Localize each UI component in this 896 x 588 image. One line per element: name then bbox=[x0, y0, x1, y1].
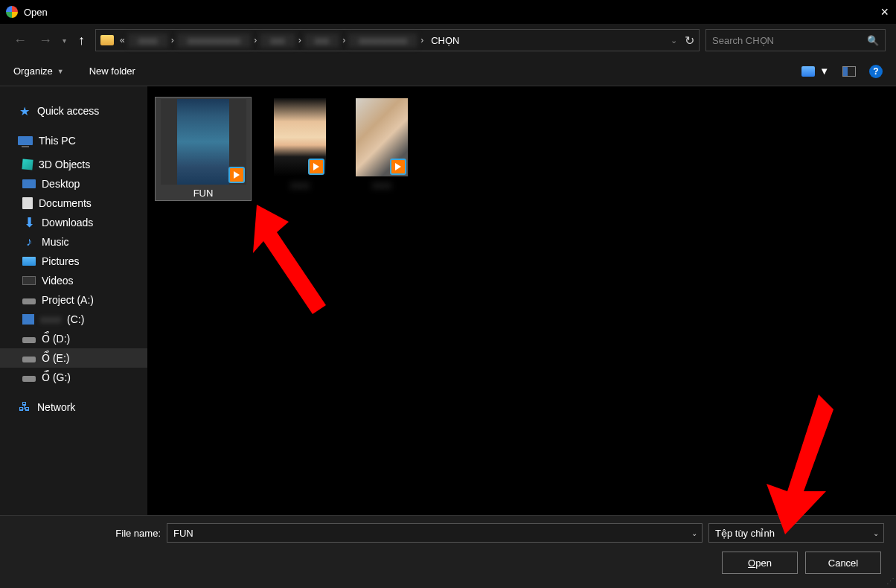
sidebar-item-label: (C:) bbox=[67, 313, 84, 325]
chevron-right-icon: › bbox=[171, 35, 174, 45]
star-icon: ★ bbox=[18, 105, 31, 117]
sidebar-item-pictures[interactable]: Pictures bbox=[0, 252, 147, 271]
breadcrumb-overflow-icon[interactable]: « bbox=[120, 35, 125, 45]
sidebar-item-documents[interactable]: Documents bbox=[0, 194, 147, 213]
filetype-select[interactable]: Tệp tùy chỉnh ⌄ bbox=[708, 523, 884, 543]
sidebar-item-desktop[interactable]: Desktop bbox=[0, 174, 147, 194]
title-bar: Open × bbox=[0, 0, 896, 24]
new-folder-button[interactable]: New folder bbox=[89, 65, 135, 77]
new-folder-label: New folder bbox=[89, 65, 135, 77]
sidebar-item-label: Ổ (G:) bbox=[42, 371, 71, 383]
pc-icon bbox=[18, 136, 33, 145]
sidebar-item-label: Music bbox=[42, 236, 69, 248]
chevron-right-icon: › bbox=[298, 35, 301, 45]
chevron-down-icon[interactable]: ⌄ bbox=[691, 529, 697, 537]
music-icon: ♪ bbox=[22, 236, 36, 248]
open-button[interactable]: Open bbox=[722, 552, 798, 574]
search-icon: 🔍 bbox=[867, 35, 879, 46]
file-thumbnail bbox=[274, 98, 326, 176]
cancel-button[interactable]: Cancel bbox=[805, 552, 881, 574]
nav-up-icon[interactable]: ↑ bbox=[74, 33, 89, 48]
resize-grip-icon[interactable]: ⋰ bbox=[886, 577, 895, 587]
search-input[interactable]: Search CHỌN 🔍 bbox=[705, 29, 886, 51]
breadcrumb-current[interactable]: CHỌN bbox=[426, 33, 464, 48]
video-play-badge-icon bbox=[390, 159, 406, 175]
organize-label: Organize bbox=[13, 65, 53, 77]
drive-icon bbox=[22, 376, 36, 382]
cancel-label: Cancel bbox=[828, 557, 858, 569]
sidebar-item-label: 3D Objects bbox=[39, 159, 90, 170]
help-icon[interactable]: ? bbox=[869, 65, 883, 78]
sidebar-item-label: Ổ (E:) bbox=[42, 352, 69, 364]
sidebar-item-label: Videos bbox=[42, 275, 74, 287]
drive-icon bbox=[22, 357, 36, 362]
open-label: Open bbox=[748, 557, 772, 569]
drive-icon bbox=[22, 298, 36, 304]
sidebar-item-drive-c[interactable]: xxxx (C:) bbox=[0, 310, 147, 329]
sidebar-item-label: Desktop bbox=[42, 178, 80, 190]
address-bar[interactable]: « xxxx › xxxxxxxxxxx › xxx › xxx › xxxxx… bbox=[95, 29, 700, 51]
breadcrumb-item-hidden[interactable]: xxxx bbox=[128, 33, 168, 48]
thumbnail-image bbox=[177, 99, 229, 185]
sidebar-item-label-hidden: xxxx bbox=[40, 313, 61, 325]
filename-value: FUN bbox=[173, 528, 193, 539]
nav-history-dropdown-icon[interactable]: ▾ bbox=[63, 36, 66, 45]
desktop-icon bbox=[22, 179, 36, 188]
sidebar-item-label: Downloads bbox=[42, 217, 93, 229]
main-area: ★ Quick access This PC 3D Objects Deskto… bbox=[0, 86, 896, 515]
sidebar-item-label: Documents bbox=[39, 197, 92, 209]
file-list[interactable]: FUN xxxx xxxx bbox=[147, 86, 896, 515]
sidebar-network[interactable]: 🖧 Network bbox=[0, 397, 147, 417]
chrome-icon bbox=[6, 6, 18, 18]
sidebar-item-label: This PC bbox=[39, 135, 76, 147]
sidebar-item-label: Network bbox=[37, 401, 75, 413]
sidebar-item-drive-a[interactable]: Project (A:) bbox=[0, 290, 147, 310]
video-play-badge-icon bbox=[228, 167, 245, 183]
filetype-value: Tệp tùy chỉnh bbox=[715, 528, 775, 539]
windows-drive-icon bbox=[22, 314, 34, 325]
video-play-badge-icon bbox=[308, 159, 324, 175]
view-icon[interactable] bbox=[801, 66, 815, 77]
breadcrumb-item-hidden[interactable]: xxxxxxxxxx bbox=[348, 33, 417, 48]
filename-input[interactable]: FUN ⌄ bbox=[167, 523, 703, 543]
file-name-hidden: xxxx bbox=[268, 179, 332, 191]
pictures-icon bbox=[22, 257, 36, 266]
close-icon[interactable]: × bbox=[880, 4, 889, 20]
file-item[interactable]: xxxx bbox=[266, 97, 333, 192]
address-dropdown-icon[interactable]: ⌄ bbox=[671, 36, 677, 45]
breadcrumb-item-hidden[interactable]: xxx bbox=[260, 33, 295, 48]
file-item[interactable]: xxxx bbox=[348, 97, 415, 192]
nav-back-icon[interactable]: ← bbox=[10, 33, 30, 48]
videos-icon bbox=[22, 276, 36, 285]
sidebar-item-music[interactable]: ♪ Music bbox=[0, 232, 147, 252]
breadcrumb-item-hidden[interactable]: xxxxxxxxxxx bbox=[177, 33, 252, 48]
sidebar-quick-access[interactable]: ★ Quick access bbox=[0, 101, 147, 121]
sidebar-item-label: Pictures bbox=[42, 255, 80, 267]
dialog-footer: File name: FUN ⌄ Tệp tùy chỉnh ⌄ Open Ca… bbox=[0, 515, 896, 588]
sidebar-item-drive-e[interactable]: Ổ (E:) bbox=[0, 348, 147, 368]
sidebar-item-label: Ổ (D:) bbox=[42, 333, 70, 345]
sidebar-item-drive-g[interactable]: Ổ (G:) bbox=[0, 368, 147, 387]
document-icon bbox=[22, 197, 33, 209]
sidebar-item-videos[interactable]: Videos bbox=[0, 271, 147, 290]
sidebar-item-label: Quick access bbox=[37, 105, 99, 117]
toolbar: Organize ▼ New folder ▼ ? bbox=[0, 57, 896, 86]
file-name-hidden: xxxx bbox=[350, 179, 414, 191]
sidebar-item-3d-objects[interactable]: 3D Objects bbox=[0, 155, 147, 174]
nav-row: ← → ▾ ↑ « xxxx › xxxxxxxxxxx › xxx › xxx… bbox=[0, 24, 896, 57]
chevron-down-icon[interactable]: ▼ bbox=[819, 65, 829, 77]
chevron-down-icon[interactable]: ⌄ bbox=[873, 529, 879, 537]
breadcrumb-item-hidden[interactable]: xxx bbox=[304, 33, 340, 48]
file-thumbnail bbox=[161, 99, 246, 185]
refresh-icon[interactable]: ↻ bbox=[685, 33, 694, 48]
file-item-fun[interactable]: FUN bbox=[155, 97, 252, 201]
window-title: Open bbox=[24, 7, 48, 18]
preview-pane-icon[interactable] bbox=[842, 66, 856, 77]
sidebar-item-drive-d[interactable]: Ổ (D:) bbox=[0, 329, 147, 348]
sidebar-this-pc[interactable]: This PC bbox=[0, 131, 147, 150]
download-icon: ⬇ bbox=[22, 217, 36, 229]
network-icon: 🖧 bbox=[18, 401, 31, 413]
organize-button[interactable]: Organize ▼ bbox=[13, 65, 64, 77]
sidebar-item-downloads[interactable]: ⬇ Downloads bbox=[0, 213, 147, 232]
sidebar-item-label: Project (A:) bbox=[42, 294, 94, 306]
